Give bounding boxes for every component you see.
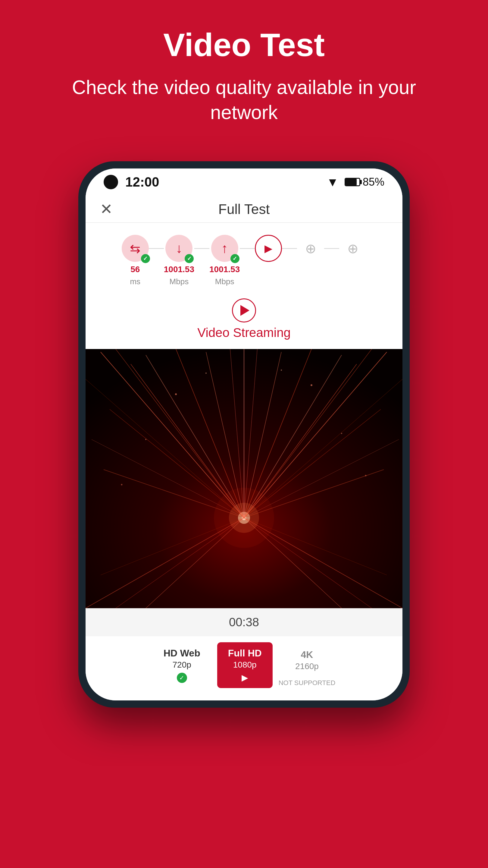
play-triangle-icon	[240, 305, 250, 316]
connector-4	[282, 248, 297, 249]
upload-check: ✓	[230, 254, 239, 263]
svg-point-39	[341, 433, 342, 434]
hd-web-resolution: 720p	[173, 660, 191, 670]
step-upload-circle: ↑ ✓	[211, 235, 238, 262]
full-hd-label: Full HD	[228, 648, 262, 659]
4k-resolution: 2160p	[295, 661, 319, 671]
4k-not-supported: NOT SUPPORTED	[279, 679, 335, 687]
phone-screen: 12:00 ▼ 85% ✕ Full Test	[86, 168, 402, 701]
download-value: 1001.53	[164, 264, 194, 275]
svg-point-38	[145, 439, 147, 440]
globe1-icon: ⊕	[305, 241, 316, 256]
step-ping-circle: ⇆ ✓	[122, 235, 149, 262]
video-streaming-section: Video Streaming	[86, 292, 402, 349]
video-particle-svg	[86, 349, 402, 608]
step-globe2: ⊕ -	[339, 235, 366, 275]
svg-point-40	[121, 484, 123, 485]
close-button[interactable]: ✕	[100, 200, 113, 218]
ping-check: ✓	[141, 254, 150, 263]
step-video: ▶ - -	[255, 235, 282, 286]
main-title: Video Test	[163, 27, 325, 63]
step-ping: ⇆ ✓ 56 ms	[122, 235, 149, 286]
progress-steps: ⇆ ✓ 56 ms ↓ ✓ 1001.53 Mbps	[86, 223, 402, 292]
download-unit: Mbps	[170, 277, 189, 286]
connector-3	[240, 248, 255, 249]
camera-dot	[104, 175, 118, 189]
battery-body	[345, 178, 360, 186]
ping-unit: ms	[130, 277, 140, 286]
step-upload: ↑ ✓ 1001.53 Mbps	[209, 235, 240, 286]
top-section: Video Test Check the video quality avail…	[0, 0, 488, 143]
step-video-circle: ▶	[255, 235, 282, 262]
upload-value: 1001.53	[209, 264, 240, 275]
4k-label: 4K	[301, 649, 313, 660]
globe2-icon: ⊕	[347, 241, 358, 256]
step-globe1: ⊕ -	[297, 235, 324, 275]
upload-icon: ↑	[221, 241, 228, 256]
full-hd-play-icon: ▶	[241, 673, 248, 683]
quality-4k-btn: 4K 2160p	[284, 644, 330, 677]
ping-value: 56	[130, 264, 140, 275]
svg-point-43	[281, 370, 282, 371]
status-time: 12:00	[125, 175, 159, 190]
quality-4k-container[interactable]: 4K 2160p NOT SUPPORTED	[279, 644, 335, 687]
hd-web-check: ✓	[177, 673, 187, 683]
wifi-icon: ▼	[327, 176, 338, 189]
header-title: Full Test	[218, 201, 270, 217]
svg-point-42	[205, 373, 207, 374]
video-player-area[interactable]	[86, 349, 402, 608]
hd-web-label: HD Web	[164, 648, 200, 659]
full-hd-resolution: 1080p	[233, 660, 257, 670]
status-right: ▼ 85%	[327, 176, 384, 189]
subtitle: Check the video quality available in you…	[63, 75, 425, 125]
connector-5	[324, 248, 339, 249]
quality-full-hd-btn[interactable]: Full HD 1080p ▶	[217, 642, 272, 688]
quality-hd-web-btn[interactable]: HD Web 720p ✓	[153, 642, 211, 688]
battery-percent: 85%	[363, 176, 384, 188]
phone-container: 12:00 ▼ 85% ✕ Full Test	[78, 161, 410, 708]
download-check: ✓	[185, 254, 194, 263]
svg-point-41	[365, 475, 367, 476]
battery-fill	[346, 179, 357, 185]
status-bar: 12:00 ▼ 85%	[86, 168, 402, 195]
play-circle-outline	[232, 299, 256, 322]
step-download-circle: ↓ ✓	[165, 235, 193, 262]
phone-shell: 12:00 ▼ 85% ✕ Full Test	[78, 161, 410, 708]
app-header: ✕ Full Test	[86, 195, 402, 223]
step-globe1-circle: ⊕	[297, 235, 324, 262]
connector-1	[149, 248, 164, 249]
timer-display: 00:38	[100, 615, 388, 629]
svg-point-37	[311, 384, 313, 386]
status-left: 12:00	[104, 175, 159, 190]
timer-bar: 00:38	[86, 608, 402, 636]
step-download: ↓ ✓ 1001.53 Mbps	[164, 235, 194, 286]
ping-icon: ⇆	[130, 241, 140, 256]
quality-selector: HD Web 720p ✓ Full HD 1080p ▶ 4K 2160p	[86, 636, 402, 701]
connector-2	[194, 248, 209, 249]
download-icon: ↓	[175, 241, 182, 256]
step-globe2-circle: ⊕	[339, 235, 366, 262]
video-streaming-label: Video Streaming	[197, 326, 291, 340]
upload-unit: Mbps	[215, 277, 234, 286]
battery-indicator: 85%	[345, 176, 384, 188]
video-step-icon: ▶	[264, 242, 272, 254]
svg-point-36	[175, 393, 177, 395]
